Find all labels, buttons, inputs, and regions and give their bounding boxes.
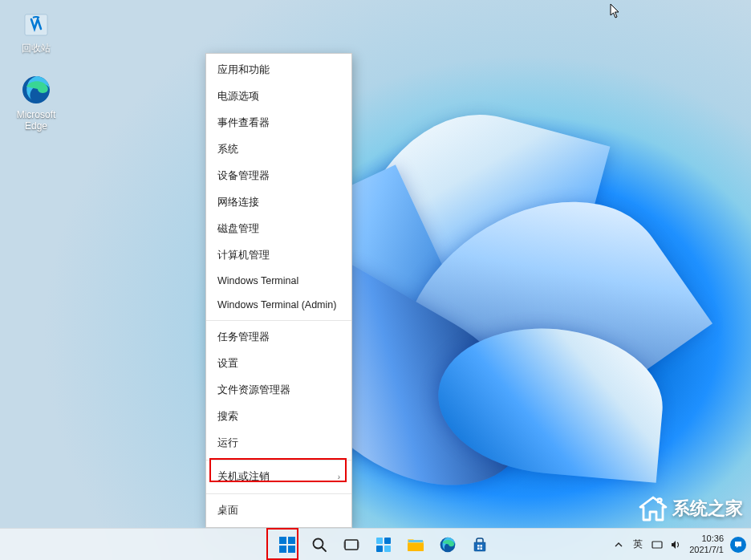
clock-time: 10:36: [689, 534, 724, 544]
chevron-right-icon: ›: [338, 473, 340, 481]
menu-item-label: 网络连接: [217, 196, 259, 209]
menu-item-disk-management[interactable]: 磁盘管理: [206, 216, 351, 242]
menu-item-label: 任务管理器: [217, 331, 270, 344]
menu-separator: [206, 460, 351, 461]
svg-rect-19: [477, 545, 480, 547]
menu-item-desktop[interactable]: 桌面: [206, 497, 351, 524]
menu-item-label: Windows Terminal: [217, 275, 298, 286]
tray-volume-icon[interactable]: [670, 538, 683, 551]
svg-rect-20: [481, 545, 483, 547]
recycle-bin-icon: [20, 6, 52, 39]
desktop-icon-recycle-bin[interactable]: 回收站: [8, 6, 64, 55]
menu-item-label: 运行: [217, 436, 238, 450]
winx-context-menu: 应用和功能电源选项事件查看器系统设备管理器网络连接磁盘管理计算机管理Window…: [205, 53, 352, 528]
file-explorer-icon: [407, 537, 424, 553]
tray-chevron-up-icon[interactable]: [612, 538, 625, 551]
notification-center-button[interactable]: [730, 537, 746, 553]
svg-rect-21: [477, 547, 480, 550]
store-icon: [472, 537, 488, 553]
menu-item-label: 搜索: [217, 410, 238, 424]
menu-item-device-manager[interactable]: 设备管理器: [206, 163, 351, 189]
menu-item-network-connections[interactable]: 网络连接: [206, 189, 351, 216]
menu-item-label: 应用和功能: [217, 63, 270, 77]
menu-item-power-options[interactable]: 电源选项: [206, 83, 351, 110]
menu-item-label: Windows Terminal (Admin): [217, 299, 336, 310]
menu-item-label: 磁盘管理: [217, 222, 259, 236]
menu-item-shutdown-signout[interactable]: 关机或注销›: [206, 464, 351, 490]
menu-item-label: 桌面: [217, 504, 238, 517]
svg-rect-13: [384, 538, 391, 544]
svg-rect-23: [652, 542, 662, 548]
menu-item-run[interactable]: 运行: [206, 430, 351, 457]
menu-item-search[interactable]: 搜索: [206, 404, 351, 430]
svg-rect-12: [376, 538, 383, 544]
search-icon: [311, 537, 327, 553]
start-button[interactable]: [273, 530, 302, 559]
watermark-house-icon: [639, 496, 668, 521]
watermark: 系统之家: [631, 491, 751, 526]
menu-item-label: 系统: [217, 143, 238, 156]
menu-item-label: 计算机管理: [217, 249, 270, 262]
tray-ime-indicator[interactable]: 英: [631, 538, 644, 551]
menu-item-label: 设备管理器: [217, 169, 270, 183]
edge-label: Microsoft Edge: [17, 109, 56, 132]
svg-rect-15: [384, 546, 391, 552]
taskbar-edge[interactable]: [433, 530, 462, 559]
taskbar-store[interactable]: [465, 530, 494, 559]
svg-rect-16: [408, 543, 424, 551]
menu-separator: [206, 493, 351, 494]
svg-line-8: [322, 547, 326, 551]
search-button[interactable]: [305, 530, 334, 559]
tray-network-icon[interactable]: [651, 538, 664, 551]
menu-separator: [206, 320, 351, 321]
edge-icon: [439, 536, 457, 554]
svg-rect-5: [279, 546, 286, 553]
recycle-bin-label: 回收站: [22, 43, 51, 54]
taskbar: 英 10:36 2021/7/1: [0, 528, 751, 560]
clock-date: 2021/7/1: [689, 545, 724, 555]
menu-item-apps-features[interactable]: 应用和功能: [206, 57, 351, 83]
menu-item-system[interactable]: 系统: [206, 136, 351, 163]
desktop-icon-edge[interactable]: Microsoft Edge: [8, 74, 64, 132]
svg-rect-3: [279, 537, 286, 544]
desktop-wallpaper: [0, 0, 751, 560]
windows-logo-icon: [279, 537, 295, 553]
menu-item-file-explorer[interactable]: 文件资源管理器: [206, 377, 351, 404]
widgets-button[interactable]: [369, 530, 398, 559]
widgets-icon: [376, 537, 392, 553]
svg-rect-10: [343, 542, 346, 548]
svg-rect-17: [408, 540, 423, 542]
watermark-text: 系统之家: [672, 497, 743, 521]
taskbar-explorer[interactable]: [401, 530, 430, 559]
menu-item-label: 文件资源管理器: [217, 383, 290, 397]
chat-icon: [733, 540, 743, 550]
svg-rect-4: [288, 537, 295, 544]
svg-rect-11: [357, 542, 359, 548]
taskbar-clock[interactable]: 10:36 2021/7/1: [689, 534, 724, 554]
menu-item-windows-terminal-admin[interactable]: Windows Terminal (Admin): [206, 293, 351, 317]
menu-item-label: 电源选项: [217, 90, 259, 103]
menu-item-label: 关机或注销: [217, 470, 270, 484]
svg-rect-14: [376, 546, 383, 552]
menu-item-settings[interactable]: 设置: [206, 351, 351, 377]
menu-item-label: 设置: [217, 357, 238, 371]
menu-item-computer-management[interactable]: 计算机管理: [206, 242, 351, 269]
svg-rect-6: [288, 546, 295, 553]
task-view-button[interactable]: [337, 530, 366, 559]
svg-rect-9: [345, 540, 358, 550]
edge-icon: [20, 74, 52, 106]
menu-item-windows-terminal[interactable]: Windows Terminal: [206, 269, 351, 293]
menu-item-event-viewer[interactable]: 事件查看器: [206, 110, 351, 136]
menu-item-label: 事件查看器: [217, 116, 270, 130]
menu-item-task-manager[interactable]: 任务管理器: [206, 324, 351, 351]
task-view-icon: [343, 537, 359, 553]
svg-rect-22: [481, 547, 483, 550]
